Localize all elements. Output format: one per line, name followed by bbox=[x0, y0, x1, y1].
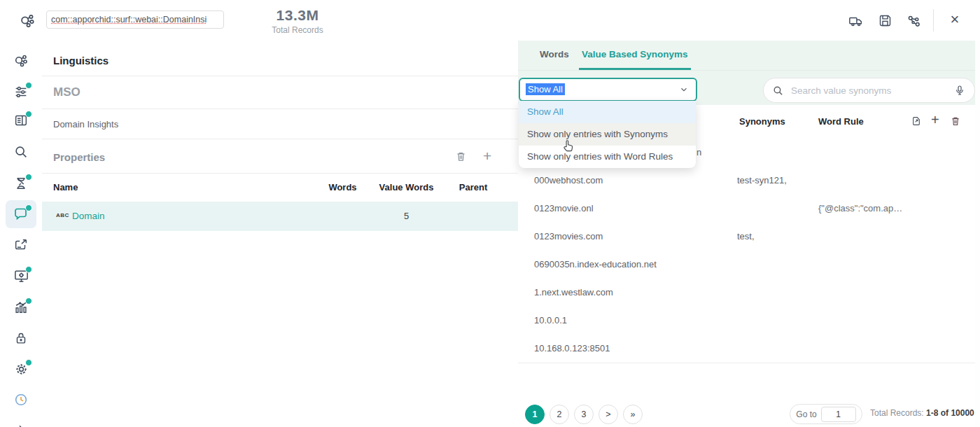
goto-page-input[interactable] bbox=[821, 407, 856, 422]
mic-icon[interactable] bbox=[954, 85, 965, 96]
sidebar-item-expand[interactable] bbox=[0, 414, 42, 427]
sidebar-item-history[interactable] bbox=[0, 384, 42, 415]
export-icon[interactable] bbox=[911, 115, 922, 127]
filter-select-value: Show All bbox=[526, 83, 565, 95]
chevron-right-icon bbox=[15, 424, 27, 427]
table-row[interactable]: 1.next.westlaw.com bbox=[518, 279, 975, 307]
table-row[interactable]: 0123movies.com test, bbox=[518, 223, 975, 251]
search-icon bbox=[13, 144, 29, 160]
sidebar-item-share[interactable] bbox=[0, 230, 42, 260]
value-cell: 10.0.0.1 bbox=[534, 315, 567, 326]
notification-badge bbox=[25, 298, 32, 304]
sidebar-item-form[interactable] bbox=[0, 105, 42, 136]
value-cell: 0690035n.index-education.net bbox=[534, 259, 657, 270]
delete-property-icon[interactable] bbox=[455, 150, 467, 162]
close-icon[interactable]: × bbox=[945, 10, 965, 29]
notification-badge bbox=[25, 204, 32, 211]
option-entries-with-word-rules[interactable]: Show only entries with Word Rules bbox=[519, 146, 696, 168]
total-records-value: 13.3M bbox=[231, 7, 364, 24]
search-placeholder: Search value synonyms bbox=[791, 85, 954, 96]
sidebar-item-chat[interactable] bbox=[0, 199, 42, 230]
app-molecule-icon bbox=[18, 12, 36, 30]
value-cell: 0123movie.onl bbox=[534, 203, 594, 214]
mso-label[interactable]: MSO bbox=[53, 85, 80, 99]
chevron-down-icon bbox=[679, 85, 689, 94]
value-words-count: 5 bbox=[377, 211, 436, 221]
col-header-word-rule: Word Rule bbox=[818, 116, 864, 127]
table-row[interactable]: 0690035n.index-education.net bbox=[518, 251, 975, 279]
notification-badge bbox=[25, 266, 32, 273]
value-cell: n bbox=[696, 147, 701, 158]
notification-badge bbox=[25, 174, 32, 181]
top-bar: 13.3M Total Records × bbox=[0, 0, 980, 41]
properties-title: Properties bbox=[53, 151, 105, 163]
tab-words[interactable]: Words bbox=[540, 41, 569, 68]
add-property-icon[interactable]: + bbox=[483, 148, 491, 164]
filter-select[interactable]: Show All bbox=[519, 78, 697, 102]
value-synonym-search[interactable]: Search value synonyms bbox=[763, 78, 975, 103]
sidebar-item-dna[interactable] bbox=[0, 168, 42, 199]
domain-insights-item[interactable]: Domain Insights bbox=[53, 119, 118, 130]
sidebar-item-analytics[interactable] bbox=[0, 292, 42, 323]
page-button-1[interactable]: 1 bbox=[525, 405, 545, 424]
type-badge: ABC bbox=[56, 212, 69, 218]
trash-icon[interactable] bbox=[950, 115, 961, 127]
synonyms-cell: test, bbox=[737, 231, 755, 241]
table-row[interactable]: 10.0.0.1 bbox=[518, 307, 975, 335]
synonyms-panel: Words Value Based Synonyms Show All Sear… bbox=[518, 41, 980, 427]
molecule-icon bbox=[13, 52, 29, 69]
page-button-2[interactable]: 2 bbox=[550, 405, 569, 424]
total-records-info: Total Records: 1-8 of 10000 bbox=[870, 408, 974, 418]
col-header-words: Words bbox=[327, 182, 358, 192]
sidebar-item-lock[interactable] bbox=[0, 323, 42, 354]
table-row[interactable]: 000webhost.com test-syn121, bbox=[518, 167, 975, 195]
value-cell: 1.next.westlaw.com bbox=[534, 287, 613, 298]
col-header-name: Name bbox=[53, 182, 78, 192]
scrollbar-track[interactable] bbox=[975, 41, 980, 427]
value-cell: 0123movies.com bbox=[534, 231, 603, 241]
table-row[interactable]: 10.168.0.123:8501 bbox=[518, 335, 975, 363]
value-cell: 000webhost.com bbox=[534, 175, 603, 186]
total-records-prefix: Total Records: bbox=[870, 408, 926, 418]
namespace-input[interactable] bbox=[46, 10, 224, 29]
add-icon[interactable]: + bbox=[931, 112, 939, 128]
sidebar-item-tune[interactable] bbox=[0, 76, 42, 107]
clock-icon bbox=[13, 392, 29, 407]
share-icon bbox=[13, 237, 29, 253]
sidebar bbox=[0, 41, 43, 427]
table-row[interactable]: 0123movie.onl {"@class":"com.ap… bbox=[518, 195, 975, 223]
last-page-button[interactable]: » bbox=[623, 405, 643, 424]
col-header-synonyms: Synonyms bbox=[739, 116, 785, 127]
filter-dropdown-menu: Show All Show only entries with Synonyms… bbox=[519, 101, 696, 168]
sidebar-item-search[interactable] bbox=[0, 136, 42, 167]
pagination: 1 2 3 > » bbox=[525, 405, 643, 424]
total-records-label: Total Records bbox=[231, 25, 364, 35]
tab-bar: Words Value Based Synonyms bbox=[518, 41, 975, 71]
property-row-domain[interactable]: ABC Domain 5 bbox=[42, 202, 518, 231]
property-name[interactable]: Domain bbox=[72, 211, 105, 221]
sidebar-item-settings[interactable] bbox=[0, 354, 42, 384]
total-records-range: 1-8 of 10000 bbox=[926, 408, 974, 418]
notification-badge bbox=[25, 82, 32, 89]
truck-icon[interactable] bbox=[848, 13, 864, 29]
next-page-button[interactable]: > bbox=[598, 405, 618, 424]
save-icon[interactable] bbox=[878, 13, 892, 28]
tab-value-based-synonyms[interactable]: Value Based Synonyms bbox=[579, 41, 691, 70]
lock-icon bbox=[13, 330, 29, 346]
app-window: 13.3M Total Records × bbox=[0, 0, 980, 427]
search-icon bbox=[772, 85, 784, 97]
sidebar-item-molecule[interactable] bbox=[0, 46, 42, 76]
synonyms-cell: test-syn121, bbox=[737, 175, 787, 186]
goto-label: Go to bbox=[796, 410, 816, 419]
panel-title: Linguistics bbox=[53, 55, 108, 66]
total-records-summary: 13.3M Total Records bbox=[231, 7, 364, 35]
topbar-divider bbox=[933, 9, 934, 31]
option-show-all[interactable]: Show All bbox=[519, 101, 696, 123]
sidebar-item-monitor[interactable] bbox=[0, 260, 42, 291]
notification-badge bbox=[25, 111, 32, 118]
option-entries-with-synonyms[interactable]: Show only entries with Synonyms bbox=[519, 123, 696, 146]
word-rule-cell: {"@class":"com.ap… bbox=[818, 203, 902, 214]
page-button-3[interactable]: 3 bbox=[574, 405, 594, 424]
value-cell: 10.168.0.123:8501 bbox=[534, 343, 610, 354]
services-icon[interactable] bbox=[906, 13, 922, 29]
